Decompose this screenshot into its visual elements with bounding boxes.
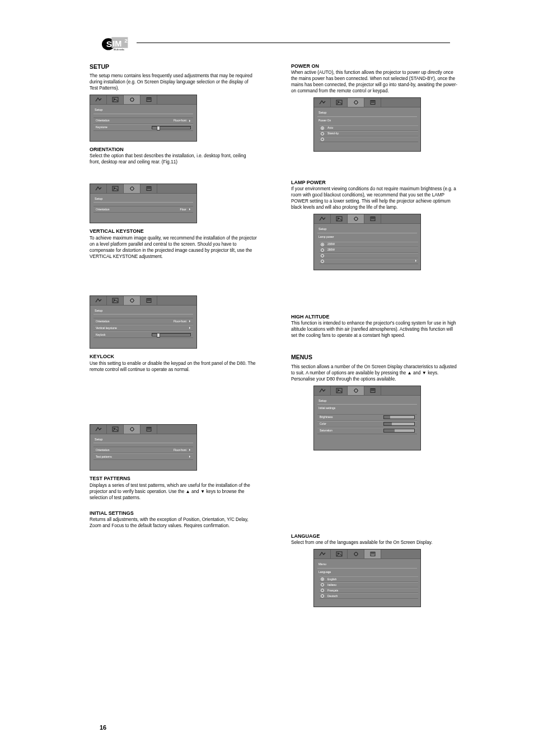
slider-color[interactable]: [383, 422, 415, 426]
tab-menu-icon[interactable]: [140, 425, 157, 434]
osd-panel-lamp: Setup Lamp power 230W 280W: [313, 214, 421, 270]
svg-point-44: [354, 389, 358, 392]
slider-keylock[interactable]: [152, 333, 191, 336]
header-rule: [137, 43, 450, 43]
tab-setup-icon[interactable]: [124, 95, 140, 104]
tab-setup-icon[interactable]: [124, 425, 140, 434]
tab-image-icon[interactable]: [331, 214, 348, 223]
radio-icon: [321, 577, 324, 581]
svg-point-20: [130, 299, 134, 302]
radio-280w[interactable]: 280W: [320, 247, 418, 253]
tab-setup-icon[interactable]: [348, 98, 364, 107]
osd-row-brightness[interactable]: Brightness: [317, 414, 417, 421]
tab-image-icon[interactable]: [331, 98, 348, 107]
osd-subhead: Power On: [314, 117, 420, 123]
tab-image-icon[interactable]: [107, 296, 124, 305]
heading-poweron: POWER ON: [291, 63, 459, 69]
heading-altitude: HIGH ALTITUDE: [291, 313, 459, 320]
radio-option[interactable]: [320, 259, 418, 264]
tab-image-icon[interactable]: [331, 386, 348, 395]
heading-setup: SETUP: [90, 63, 257, 71]
tab-picture-icon[interactable]: [90, 296, 107, 305]
radio-francais[interactable]: Français: [320, 588, 418, 593]
radio-auto[interactable]: Auto: [320, 125, 418, 131]
osd-row-saturation[interactable]: Saturation: [317, 428, 417, 434]
slider-brightness[interactable]: [383, 415, 415, 419]
tab-menu-icon[interactable]: [364, 214, 381, 223]
block-testpatterns: Setup Orientation Floor-front Test patte…: [90, 421, 257, 532]
tab-picture-icon[interactable]: [314, 214, 331, 223]
tab-setup-icon[interactable]: [348, 550, 364, 558]
osd-row-testpatterns[interactable]: Test patterns: [93, 453, 193, 460]
tab-menu-icon[interactable]: [140, 184, 157, 193]
para-testpatterns: Displays a series of test test patterns,…: [90, 482, 257, 501]
radio-italiano[interactable]: Italiano: [320, 582, 418, 588]
heading-language: LANGUAGE: [291, 533, 459, 539]
block-poweron: POWER ON When active (AUTO), this functi…: [291, 63, 459, 156]
tab-picture-icon[interactable]: [90, 184, 107, 193]
osd-title: Setup: [90, 105, 196, 113]
radio-icon: [321, 589, 324, 592]
section-setup: SETUP The setup menu contains less frequ…: [90, 63, 257, 168]
tab-image-icon[interactable]: [107, 95, 124, 104]
heading-lamp: LAMP POWER: [291, 179, 459, 186]
radio-icon: [321, 138, 324, 141]
slider-keystone[interactable]: [152, 126, 191, 129]
tab-picture-icon[interactable]: [314, 550, 331, 558]
osd-tabs: [90, 95, 196, 105]
tab-setup-icon[interactable]: [348, 386, 364, 395]
tab-menu-icon[interactable]: [140, 296, 157, 305]
radio-option[interactable]: [320, 253, 418, 259]
tab-menu-icon[interactable]: [364, 386, 381, 395]
tab-picture-icon[interactable]: [90, 95, 107, 104]
osd-panel-poweron: Setup Power On Auto Stand-by: [313, 97, 421, 151]
tab-menu-icon[interactable]: [364, 98, 381, 107]
tab-picture-icon[interactable]: [314, 386, 331, 395]
chevron-right-icon: [189, 456, 191, 458]
page-number: 16: [100, 724, 106, 731]
radio-icon: [321, 260, 324, 263]
osd-row-vkeystone[interactable]: Vertical keystone: [93, 325, 193, 331]
chevron-right-icon: [189, 320, 191, 322]
chevron-right-icon: [189, 120, 191, 122]
osd-row-orientation[interactable]: Orientation Floor-front: [93, 447, 193, 453]
radio-icon: [321, 248, 324, 252]
osd-row-keylock[interactable]: Keylock: [93, 331, 193, 338]
tab-image-icon[interactable]: [331, 550, 348, 558]
para-initial: Returns all adjustments, with the except…: [90, 516, 257, 529]
radio-deutsch[interactable]: Deutsch: [320, 593, 418, 599]
radio-230w[interactable]: 230W: [320, 242, 418, 247]
radio-icon: [321, 254, 324, 257]
para-keylock: Use this setting to enable or disable th…: [90, 360, 257, 373]
tab-setup-icon[interactable]: [124, 184, 140, 193]
osd-panel-language: Menu Language English Italiano Français …: [313, 549, 421, 607]
radio-standby[interactable]: Stand-by: [320, 131, 418, 137]
radio-english[interactable]: English: [320, 576, 418, 582]
tab-menu-icon[interactable]: [140, 95, 157, 104]
osd-row-orientation[interactable]: Orientation Floor: [93, 206, 193, 213]
osd-row-keystone[interactable]: Keystone: [93, 124, 193, 131]
osd-row-orientation[interactable]: Orientation Floor-front: [93, 118, 193, 124]
tab-setup-icon[interactable]: [348, 214, 364, 223]
radio-option[interactable]: [320, 137, 418, 142]
osd-row-color[interactable]: Color: [317, 421, 417, 428]
svg-point-32: [354, 101, 358, 104]
para-vkeystone: To achieve maximum image quality, we rec…: [90, 235, 257, 260]
para-menus: This section allows a number of the On S…: [291, 364, 459, 382]
tab-picture-icon[interactable]: [314, 98, 331, 107]
svg-point-26: [130, 428, 134, 431]
block-language: LANGUAGE Select from one of the language…: [291, 499, 459, 612]
tab-image-icon[interactable]: [107, 184, 124, 193]
brand-logo: S IM 2 Multimedia: [102, 35, 134, 51]
svg-text:IM: IM: [113, 39, 121, 48]
heading-orientation: ORIENTATION: [90, 146, 257, 153]
chevron-right-icon: [415, 259, 417, 263]
slider-saturation[interactable]: [383, 429, 415, 433]
heading-keylock: KEYLOCK: [90, 353, 257, 360]
tab-picture-icon[interactable]: [90, 425, 107, 434]
tab-image-icon[interactable]: [107, 425, 124, 434]
tab-setup-icon[interactable]: [124, 296, 140, 305]
heading-initial: INITIAL SETTINGS: [90, 510, 257, 516]
tab-menu-icon[interactable]: [364, 550, 381, 558]
osd-row-orientation[interactable]: Orientation Floor-front: [93, 318, 193, 325]
